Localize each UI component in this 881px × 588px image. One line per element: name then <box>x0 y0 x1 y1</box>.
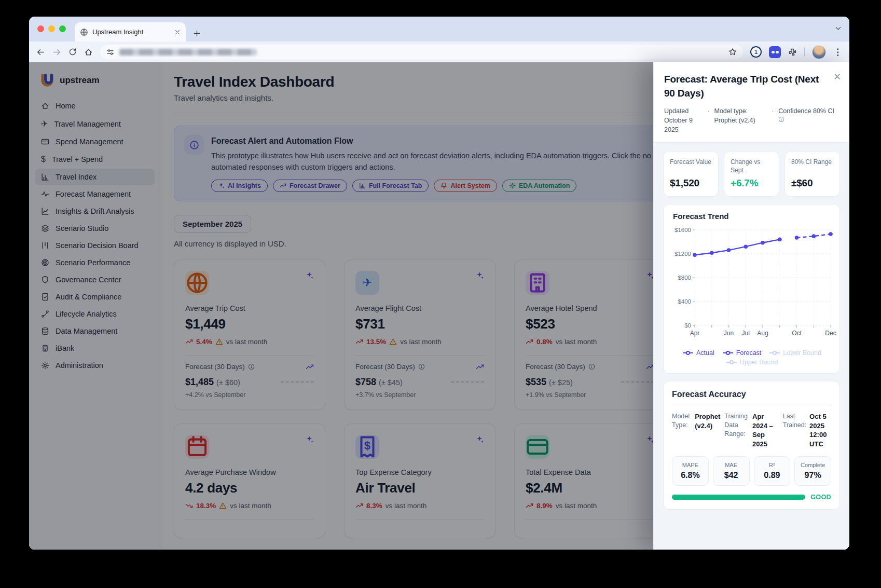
info-icon[interactable] <box>778 116 784 122</box>
database-icon <box>41 327 49 335</box>
brand[interactable]: upstream <box>35 70 155 98</box>
extension-icon[interactable] <box>769 46 781 58</box>
sidebar-item-audit-compliance[interactable]: Audit & Compliance <box>35 289 155 305</box>
sidebar-item-scenario-performance[interactable]: Scenario Performance <box>35 254 155 271</box>
dollar-icon: $ <box>41 155 46 164</box>
chart-legend: ActualForecastLower BoundUpper Bound <box>670 349 834 368</box>
bell-icon <box>440 182 447 189</box>
drawer-meta-item: Updated October 9 2025 <box>664 106 703 134</box>
forecast-trend-chart[interactable]: $0$400$800$1200$1600AprJunJulAugOctDec <box>670 225 837 344</box>
tab-search-chevron-icon[interactable] <box>834 24 842 32</box>
sidebar-item-insights-drift-analysis[interactable]: Insights & Drift Analysis <box>35 203 155 220</box>
bar-chart-icon <box>359 182 366 189</box>
drawer-stat-label: 80% CI Range <box>791 158 833 175</box>
browser-menu-kebab-icon[interactable]: ⋮ <box>833 47 842 58</box>
drawer-meta: Updated October 9 2025·Model type: Proph… <box>664 106 839 134</box>
bookmark-star-icon[interactable] <box>728 48 737 56</box>
metric-change-row: 5.4%vs last month <box>185 338 314 346</box>
pill-ai-insights[interactable]: AI Insights <box>211 180 268 192</box>
sidebar-item-travel-index[interactable]: Travel Index <box>35 169 155 185</box>
sidebar-item-travel-management[interactable]: ✈Travel Management <box>35 115 155 133</box>
metric-card: ✈Average Flight Cost$73113.5%vs last mon… <box>344 259 495 410</box>
drawer-close-icon[interactable] <box>833 73 841 80</box>
svg-text:$1600: $1600 <box>674 227 691 233</box>
password-manager-extension-icon[interactable]: 1 <box>750 46 762 58</box>
metric-change-percent: 0.8% <box>536 338 553 346</box>
back-button[interactable] <box>36 48 45 57</box>
sidebar-item-travel-spend[interactable]: $Travel + Spend <box>35 151 155 168</box>
sidebar-item-administration[interactable]: Administration <box>35 357 155 374</box>
meta-separator-dot: · <box>707 106 709 116</box>
browser-tab[interactable]: Upstream Insight <box>75 22 186 42</box>
sidebar-item-scenario-decision-board[interactable]: Scenario Decision Board <box>35 237 155 254</box>
drawer-meta-text: Updated October 9 2025 <box>664 107 693 133</box>
legend-item-lower-bound[interactable]: Lower Bound <box>769 349 821 357</box>
calendar-icon <box>185 435 209 459</box>
sidebar-item-forecast-management[interactable]: Forecast Management <box>35 186 155 202</box>
new-tab-button[interactable] <box>193 30 201 37</box>
sidebar-item-ibank[interactable]: iBank <box>35 340 155 357</box>
sidebar-item-scenario-studio[interactable]: Scenario Studio <box>35 220 155 237</box>
card-divider <box>526 519 654 519</box>
forecast-accuracy-panel: Forecast Accuracy Model Type:Prophet (v2… <box>663 381 840 510</box>
extensions-puzzle-icon[interactable] <box>788 48 797 57</box>
pill-forecast-drawer[interactable]: Forecast Drawer <box>273 180 347 192</box>
sidebar-item-label: Travel Management <box>54 120 120 128</box>
warning-icon <box>215 338 223 346</box>
svg-text:Apr: Apr <box>690 330 700 337</box>
metric-value: $731 <box>355 316 484 332</box>
reload-button[interactable] <box>68 48 77 56</box>
accuracy-meta-item: Last Trained:Oct 5 2025 12:00 UTC <box>783 412 831 448</box>
metric-value: 4.2 days <box>185 480 314 496</box>
metric-change-percent: 8.3% <box>366 502 382 510</box>
pill-alert-system[interactable]: Alert System <box>434 180 497 192</box>
home-button[interactable] <box>84 48 93 57</box>
accuracy-meta-value: Apr 2024 – Sep 2025 <box>752 412 779 448</box>
card-top-row: ✈ <box>355 271 484 295</box>
profile-avatar[interactable] <box>812 45 826 59</box>
ai-sparkles-icon[interactable] <box>475 435 484 444</box>
forecast-value-row: $535 (± $25) <box>526 377 654 388</box>
month-selector-chip[interactable]: September 2025 <box>174 215 251 233</box>
warning-icon <box>219 502 227 510</box>
address-bar[interactable] <box>100 45 743 59</box>
drawer-stat-card: Forecast Value$1,520 <box>663 151 719 197</box>
sidebar-item-lifecycle-analytics[interactable]: Lifecycle Analytics <box>35 306 155 322</box>
sidebar-item-governance-center[interactable]: Governance Center <box>35 271 155 288</box>
pill-full-forecast-tab[interactable]: Full Forecast Tab <box>352 180 429 192</box>
forward-button[interactable] <box>52 48 61 57</box>
maximize-window-button[interactable] <box>59 25 66 32</box>
window-controls[interactable] <box>37 25 66 32</box>
legend-marker-icon <box>769 349 780 357</box>
minimize-window-button[interactable] <box>48 25 55 32</box>
trend-up-icon <box>476 363 484 371</box>
sidebar-item-home[interactable]: Home <box>35 98 155 114</box>
pill-eda-automation[interactable]: EDA Automation <box>502 180 576 192</box>
legend-item-forecast[interactable]: Forecast <box>723 349 762 357</box>
legend-item-actual[interactable]: Actual <box>683 349 714 357</box>
card-top-row: $ <box>355 435 484 459</box>
site-settings-icon[interactable] <box>106 48 114 56</box>
info-icon <box>418 363 425 370</box>
drawer-stat-value: $1,520 <box>670 177 712 189</box>
sidebar: upstream Home✈Travel ManagementSpend Man… <box>29 62 161 550</box>
ai-sparkles-icon[interactable] <box>475 271 484 280</box>
accuracy-metric-label: MAPE <box>674 462 706 468</box>
accuracy-meta-label: Training Data Range: <box>724 412 749 448</box>
close-window-button[interactable] <box>37 25 44 32</box>
metric-change-percent: 8.9% <box>536 502 553 510</box>
legend-item-upper-bound[interactable]: Upper Bound <box>726 359 778 366</box>
sidebar-item-data-management[interactable]: Data Management <box>35 323 155 339</box>
forecast-trend-panel: Forecast Trend $0$400$800$1200$1600AprJu… <box>663 204 840 374</box>
accuracy-metric-label: Complete <box>797 462 829 468</box>
forecast-note: +3.7% vs September <box>355 391 484 399</box>
svg-text:Oct: Oct <box>792 330 802 337</box>
sidebar-item-label: Scenario Studio <box>56 224 108 233</box>
legend-marker-icon <box>683 349 693 357</box>
legend-label: Forecast <box>736 349 762 357</box>
pill-label: Alert System <box>450 182 490 189</box>
ai-sparkles-icon[interactable] <box>305 271 314 280</box>
ai-sparkles-icon[interactable] <box>305 435 314 444</box>
sidebar-item-spend-management[interactable]: Spend Management <box>35 133 155 150</box>
tab-close-icon[interactable] <box>174 29 181 35</box>
